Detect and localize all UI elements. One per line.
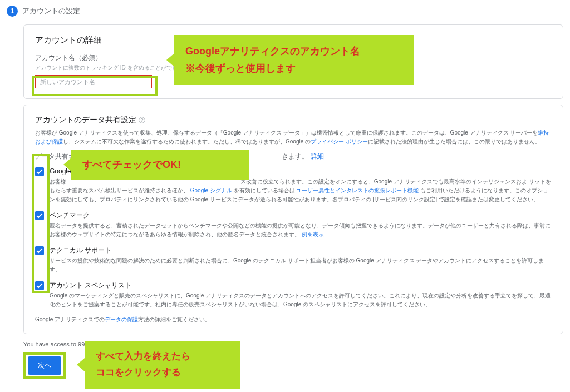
detail-link[interactable]: 詳細 [311, 152, 324, 160]
callout-check-all: すべてチェックでOK! [71, 150, 249, 180]
highlight-frame-next: 次へ [23, 352, 66, 379]
callout-account-name: Googleアナリティクスのアカウント名 ※今後ずっと使用します [174, 35, 414, 85]
checkbox-specialist[interactable] [35, 281, 44, 290]
callout-line: Googleアナリティクスのアカウント名 [185, 43, 402, 60]
callout-next-click: すべて入力を終えたら ココをクリックする [85, 341, 240, 389]
checkbox-tech-support[interactable] [35, 246, 44, 255]
data-sharing-card: アカウントのデータ共有設定 ? お客様が Google アナリティクスを使って収… [23, 105, 563, 334]
option-tech-support-row: テクニカル サポート サービスの提供や技術的な問題の解決のために必要と判断された… [35, 246, 552, 274]
option-desc: 匿名データを提供すると、蓄積されたデータセットからベンチマークや公開などの機能の… [50, 221, 552, 239]
callout-line: ココをクリックする [96, 365, 229, 381]
account-details-card: アカウントの詳細 アカウント名（必須） アカウントに複数のトラッキング ID を… [23, 24, 563, 99]
privacy-policy-link[interactable]: プライバシー ポリシー [311, 138, 368, 145]
help-icon[interactable]: ? [139, 117, 145, 123]
google-signal-link[interactable]: Google シグナル [190, 187, 232, 193]
example-link[interactable]: 例を表示 [302, 231, 324, 237]
data-protection-link[interactable]: データの保護 [105, 316, 138, 322]
step-number-badge: 1 [7, 6, 18, 17]
option-benchmark-row: ベンチマーク 匿名データを提供すると、蓄積されたデータセットからベンチマークや公… [35, 211, 552, 239]
callout-line: ※今後ずっと使用します [185, 60, 402, 77]
data-protection-note: Google アナリティクスでのデータの保護方法の詳細をご覧ください。 [35, 316, 552, 324]
option-desc: Google のマーケティングと販売のスペシャリストに、Google アナリティ… [50, 291, 552, 309]
account-name-input[interactable]: 新しいアカウント名 [35, 75, 152, 88]
card-title: アカウントのデータ共有設定 ? [35, 115, 552, 125]
step-title: アカウントの設定 [22, 6, 80, 16]
step-header: 1 アカウントの設定 [7, 6, 563, 17]
callout-line: すべて入力を終えたら [96, 349, 229, 365]
option-specialist-row: アカウント スペシャリスト Google のマーケティングと販売のスペシャリスト… [35, 281, 552, 309]
option-title: ベンチマーク [50, 211, 552, 220]
option-title: アカウント スペシャリスト [50, 281, 552, 290]
option-desc: サービスの提供や技術的な問題の解決のために必要と判断された場合に、Google … [50, 256, 552, 274]
data-sharing-description: お客様が Google アナリティクスを使って収集、処理、保存するデータ（「Go… [35, 128, 552, 146]
option-title: テクニカル サポート [50, 246, 552, 255]
option-desc: お客様 ス改善に役立てられます。この設定をオンにすると、Google アナリティ… [50, 177, 552, 204]
checkbox-google[interactable] [35, 167, 44, 176]
user-interest-link[interactable]: ユーザー属性とインタレストの拡張レポート機能 [296, 187, 419, 193]
next-button[interactable]: 次へ [28, 356, 61, 375]
checkbox-benchmark[interactable] [35, 211, 44, 220]
